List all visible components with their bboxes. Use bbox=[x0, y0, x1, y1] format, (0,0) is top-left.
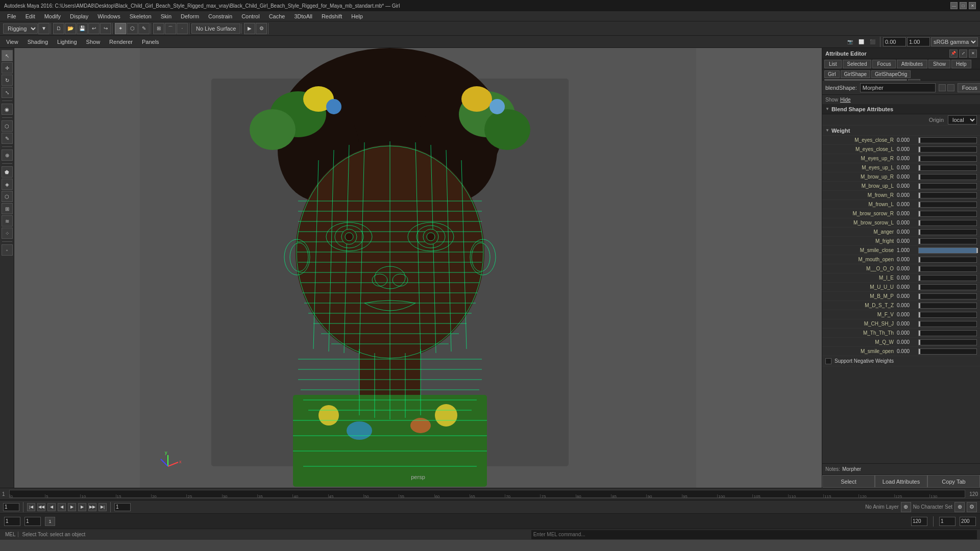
attr-slider[interactable] bbox=[918, 348, 977, 355]
blend-check2[interactable] bbox=[947, 84, 954, 91]
play-forward-btn[interactable]: ▶ bbox=[68, 503, 76, 511]
cloth-btn[interactable]: ⊞ bbox=[2, 203, 13, 214]
current-frame-input[interactable] bbox=[3, 503, 19, 511]
blend-shape-section-header[interactable]: ▼ Blend Shape Attributes bbox=[822, 104, 980, 114]
snap-curve-btn[interactable]: ⌒ bbox=[165, 23, 176, 34]
hide-button[interactable]: Hide bbox=[840, 97, 851, 103]
attr-slider[interactable] bbox=[918, 238, 977, 244]
smooth-btn[interactable]: ⬛ bbox=[867, 37, 877, 47]
move-btn[interactable]: ✛ bbox=[2, 62, 13, 73]
no-character-set-label[interactable]: No Character Set bbox=[913, 504, 952, 510]
ae-close-btn[interactable]: ✕ bbox=[969, 49, 977, 58]
max-frame-input[interactable] bbox=[911, 517, 927, 526]
prev-frame-btn[interactable]: ◀◀ bbox=[37, 503, 45, 511]
attribute-content[interactable]: ▼ Blend Shape Attributes Origin local wo… bbox=[822, 104, 980, 463]
paint-btn[interactable]: ✎ bbox=[138, 23, 150, 34]
gamma-select[interactable]: sRGB gamma bbox=[931, 37, 978, 46]
node-tab-girlshapeorig[interactable]: GirlShapeOrig bbox=[871, 70, 911, 78]
snap-point-btn[interactable]: · bbox=[177, 23, 188, 34]
ae-expand-btn[interactable]: ⤢ bbox=[959, 49, 967, 58]
node-tab-girlshape[interactable]: GirlShape bbox=[841, 70, 870, 78]
select-tool-btn[interactable]: ✦ bbox=[115, 23, 126, 34]
skin-tool-btn[interactable]: ◈ bbox=[2, 179, 13, 190]
vp-menu-panels[interactable]: Panels bbox=[138, 38, 163, 46]
weight-section-header[interactable]: ▼ Weight bbox=[822, 126, 980, 136]
close-button[interactable]: ✕ bbox=[969, 2, 976, 9]
vp-menu-renderer[interactable]: Renderer bbox=[105, 38, 137, 46]
value2-input[interactable] bbox=[907, 37, 930, 46]
frame-range-input[interactable] bbox=[114, 503, 131, 511]
attr-slider[interactable] bbox=[918, 211, 977, 217]
support-negative-checkbox[interactable] bbox=[825, 358, 831, 364]
rig-tool-btn[interactable]: ⬡ bbox=[2, 191, 13, 202]
deform-tool-btn[interactable]: ⬟ bbox=[2, 166, 13, 178]
maximize-button[interactable]: □ bbox=[960, 2, 967, 9]
anim-layer-btn[interactable]: ⊕ bbox=[901, 502, 911, 512]
menu-control[interactable]: Control bbox=[237, 12, 263, 20]
value1-input[interactable] bbox=[883, 37, 906, 46]
attr-slider[interactable] bbox=[918, 137, 977, 143]
menu-constrain[interactable]: Constrain bbox=[204, 12, 236, 20]
focus-button[interactable]: Focus bbox=[958, 83, 980, 92]
frame-start-input[interactable] bbox=[24, 517, 41, 526]
toolbar-arrow-btn[interactable]: ▼ bbox=[38, 23, 50, 34]
ae-tab-list[interactable]: List bbox=[824, 60, 842, 68]
menu-3dtoall[interactable]: 3DtoAll bbox=[290, 12, 316, 20]
menu-skin[interactable]: Skin bbox=[157, 12, 176, 20]
attr-slider[interactable] bbox=[918, 247, 977, 254]
next-key-btn[interactable]: ▶ bbox=[78, 503, 86, 511]
jump-end-btn[interactable]: ▶| bbox=[99, 503, 107, 511]
render-btn[interactable]: ▶ bbox=[244, 23, 255, 34]
attr-slider[interactable] bbox=[918, 165, 977, 171]
attr-slider[interactable] bbox=[918, 275, 977, 281]
attr-slider[interactable] bbox=[918, 220, 977, 226]
attr-slider[interactable] bbox=[918, 330, 977, 336]
open-file-btn[interactable]: 📂 bbox=[65, 23, 76, 34]
save-file-btn[interactable]: 💾 bbox=[77, 23, 88, 34]
node-tab-girl[interactable]: Girl bbox=[824, 70, 840, 78]
snap-grid-btn[interactable]: ⊞ bbox=[153, 23, 164, 34]
attr-slider[interactable] bbox=[918, 192, 977, 198]
attr-slider[interactable] bbox=[918, 257, 977, 263]
redo-btn[interactable]: ↪ bbox=[100, 23, 111, 34]
particle-btn[interactable]: ⁘ bbox=[2, 228, 13, 239]
ae-tab-show[interactable]: Show bbox=[928, 60, 950, 68]
no-anim-layer-label[interactable]: No Anim Layer bbox=[865, 504, 899, 510]
attr-slider[interactable] bbox=[918, 312, 977, 318]
attr-slider[interactable] bbox=[918, 266, 977, 272]
menu-skeleton[interactable]: Skeleton bbox=[126, 12, 156, 20]
origin-select[interactable]: local world bbox=[948, 115, 977, 124]
vp-menu-lighting[interactable]: Lighting bbox=[53, 38, 81, 46]
timeline[interactable]: 1 05101520253035404550556065707580859095… bbox=[0, 488, 980, 500]
select-button[interactable]: Select bbox=[822, 475, 875, 488]
menu-help[interactable]: Help bbox=[347, 12, 367, 20]
menu-edit[interactable]: Edit bbox=[21, 12, 39, 20]
timeline-bar[interactable]: 0510152025303540455055606570758085909510… bbox=[9, 490, 966, 498]
blend-shape-value-input[interactable] bbox=[860, 83, 936, 92]
viewport[interactable]: persp x y bbox=[14, 48, 822, 488]
soft-select-btn[interactable]: ◉ bbox=[2, 104, 13, 115]
play-backward-btn[interactable]: ◀ bbox=[58, 503, 66, 511]
menu-file[interactable]: File bbox=[3, 12, 20, 20]
new-file-btn[interactable]: 🗋 bbox=[53, 23, 64, 34]
misc-btn[interactable]: ◦ bbox=[2, 244, 13, 256]
menu-deform[interactable]: Deform bbox=[177, 12, 203, 20]
attr-slider[interactable] bbox=[918, 156, 977, 162]
menu-cache[interactable]: Cache bbox=[265, 12, 289, 20]
attr-slider[interactable] bbox=[918, 146, 977, 153]
attr-slider[interactable] bbox=[918, 229, 977, 235]
blend-check1[interactable] bbox=[939, 84, 946, 91]
paint-select-btn[interactable]: ✎ bbox=[2, 133, 13, 144]
ae-tab-attributes[interactable]: Attributes bbox=[897, 60, 927, 68]
load-attributes-button[interactable]: Load Attributes bbox=[875, 475, 927, 488]
settings-btn[interactable]: ⚙ bbox=[967, 502, 977, 512]
vp-menu-shading[interactable]: Shading bbox=[23, 38, 52, 46]
jump-start-btn[interactable]: |◀ bbox=[27, 503, 35, 511]
range-end-input[interactable] bbox=[960, 517, 976, 526]
attr-slider[interactable] bbox=[918, 321, 977, 327]
menu-redshift[interactable]: Redshift bbox=[317, 12, 346, 20]
mode-select[interactable]: Rigging bbox=[3, 23, 38, 34]
attr-slider[interactable] bbox=[918, 303, 977, 309]
copy-tab-button[interactable]: Copy Tab bbox=[927, 475, 980, 488]
range-start-input[interactable] bbox=[939, 517, 955, 526]
